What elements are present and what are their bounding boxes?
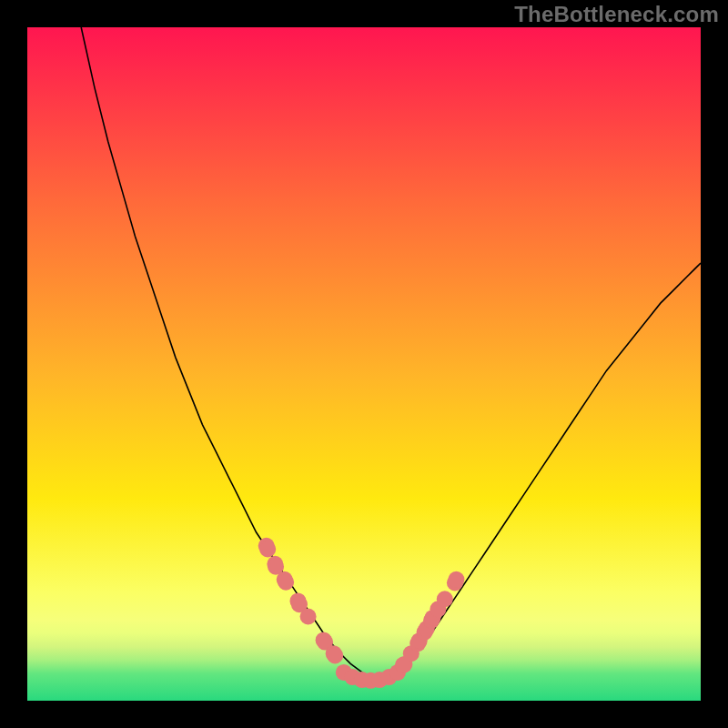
data-marker — [327, 647, 343, 663]
plot-svg — [27, 27, 701, 701]
data-marker — [437, 591, 453, 607]
plot-frame — [27, 27, 701, 701]
data-marker — [448, 571, 464, 588]
gradient-background — [27, 27, 701, 701]
data-marker — [278, 574, 294, 591]
data-marker — [259, 541, 276, 558]
watermark-text: TheBottleneck.com — [514, 2, 719, 27]
data-marker — [300, 609, 317, 625]
